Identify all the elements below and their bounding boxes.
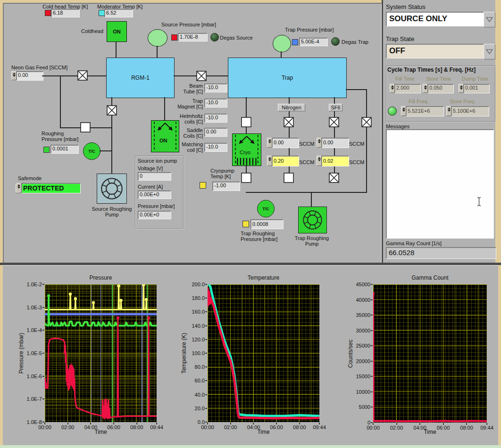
fill-time-value[interactable]: 2.000 [394,84,421,93]
moderator-temp-value: 6.52 [104,9,133,17]
pressure-chart-title: Pressure [45,274,157,281]
coldhead-on-button[interactable]: ON [107,21,127,42]
dump-time-value[interactable]: 0.001 [463,84,490,93]
cold-head-series-color-swatch [45,10,51,16]
nitrogen-valve-icon[interactable] [284,117,294,127]
ion-pump-voltage-value: 0 [138,172,171,181]
text-cursor-icon [476,197,482,207]
pipe [246,192,367,193]
source-vent-valve-icon[interactable] [80,122,91,133]
pipe [246,97,247,133]
sf6-setpoint-value[interactable]: 0.00 [321,138,349,148]
x-tick-label: 08:00 [126,424,147,430]
sf6-flow-value[interactable]: 0.02 [321,156,349,166]
source-cryopump-icon[interactable]: ON [151,120,179,152]
y-tick-label: 1.0E-5 [17,350,42,356]
n2-setpoint-value[interactable]: 0.00 [272,138,299,148]
source-pressure-series-color-swatch [171,34,177,41]
pipe [60,75,61,128]
fill-freq-value[interactable]: 5.521E+6 [406,106,444,116]
y-tick-label: 1.0E-2 [17,282,42,287]
x-tick-label: 06:00 [433,425,454,431]
x-tick-label: 02:00 [386,425,407,431]
fill-time-label: Fill Time [395,76,415,82]
cryo-roughing-valve-icon[interactable] [241,173,251,183]
y-tick-label: 35000 [346,312,370,318]
x-tick-label: 00:00 [363,425,384,431]
x-tick-label: 04:00 [409,425,430,431]
rgm1-block: RGM-1 [106,58,175,98]
trap-cryopump-label: Cryo [240,149,250,155]
system-status-dropdown[interactable]: SOURCE ONLY [386,12,485,26]
source-ion-pump-title: Source ion pump [138,158,177,164]
pipe [366,89,367,193]
y-tick-label: 100.0 [180,350,205,356]
dump-time-label: Dump Time [462,76,488,82]
gamma-ray-count-value: 66.0528 [386,247,496,259]
beamline-valve-icon[interactable] [196,71,207,81]
trap-roughing-pump-icon[interactable] [298,207,327,233]
pipe [311,192,312,207]
gamma-count-chart: Gamma Count Counts/sec Time 450004000035… [373,284,487,423]
matching-coil-value: -10.0 [204,143,227,152]
safemode-label: Safemode [18,175,42,181]
y-tick-label: 120.0 [180,337,205,342]
coldhead-label: Coldhead [81,28,103,34]
trap-roughing-pressure-label: Trap Roughing Pressure [mbar] [241,231,277,242]
y-tick-label: 20.0 [180,406,205,411]
store-time-value[interactable]: 0.050 [427,84,454,93]
matching-coil-label: Matching coil [C] [175,141,203,153]
safemode-value[interactable]: PROTECTED [21,183,81,193]
store-freq-value[interactable]: 5.100E+6 [451,106,489,116]
system-status-label: System Status [386,3,426,10]
sf6-roughing-valve-icon[interactable] [329,173,339,183]
roughing-pressure-series-color-swatch [43,147,50,153]
bottom-edge-strip [0,445,501,448]
degas-source-led[interactable] [210,33,219,41]
y-tick-label: 25000 [346,343,370,348]
temperature-chart-title: Temperature [208,274,319,281]
neon-feed-valve-icon[interactable] [77,70,88,81]
source-pressure-gauge-icon [148,29,167,47]
source-cryopump-state: ON [159,138,167,143]
cycle-led[interactable] [388,107,397,116]
y-tick-label: 80.0 [180,364,205,370]
x-tick-label: 04:00 [80,424,101,430]
trap-state-dropdown-button[interactable] [484,44,495,59]
n2-setpoint-unit: SCCM [299,141,314,147]
beam-tube-value: -10.0 [204,83,227,92]
degas-trap-label: Degas Trap [342,39,368,45]
y-tick-label: 40.0 [180,392,205,398]
gamma-chart-title: Gamma Count [373,274,487,281]
labview-control-panel: { "top": { "cold_head": {"label": "Cold … [0,0,501,448]
trap-thermocouple-gauge-icon: T/C [257,200,275,217]
y-tick-label: 1.0E-7 [17,396,42,402]
pipe [42,75,106,76]
system-status-dropdown-button[interactable] [484,12,495,27]
saddle-coils-value: 0.00 [204,128,227,137]
rgm-roughing-valve-icon[interactable] [107,105,117,116]
x-tick-label: 06:00 [103,424,124,430]
cryo-inlet-valve-icon[interactable] [241,117,251,127]
trap-state-dropdown[interactable]: OFF [386,44,485,58]
sf6-setpoint-unit: SCCM [349,141,364,147]
n2-flow-value[interactable]: 0.20 [272,156,299,166]
neon-feed-value[interactable]: 0.00 [16,71,43,81]
y-tick-label: 140.0 [180,323,205,329]
sf6-valve-icon[interactable] [329,117,339,127]
trap-block: Trap [228,58,347,98]
x-tick-label: 00:00 [34,424,55,430]
trap-state-label: Trap State [386,35,414,42]
trap-pressure-series-color-swatch [292,39,298,45]
roughing-pressure-label: Roughing Pressure [mbar] [42,131,78,142]
ion-pump-current-label: Current [A] [138,184,163,190]
degas-trap-led[interactable] [331,37,340,46]
source-roughing-pump-icon[interactable] [97,174,127,204]
cycle-trap-title: Cycle Trap Times [s] & Freq. [Hz] [387,66,476,73]
pressure-chart: Pressure Pressure (mbar) Time 1.0E-21.0E… [45,284,157,422]
trap-cryopump-icon[interactable]: Cryo [232,133,261,166]
messages-box[interactable] [386,129,494,239]
trap-roughing-valve-icon[interactable] [361,117,372,127]
x-tick-label: 08:00 [289,424,310,430]
n2-roughing-valve-icon[interactable] [284,173,294,183]
